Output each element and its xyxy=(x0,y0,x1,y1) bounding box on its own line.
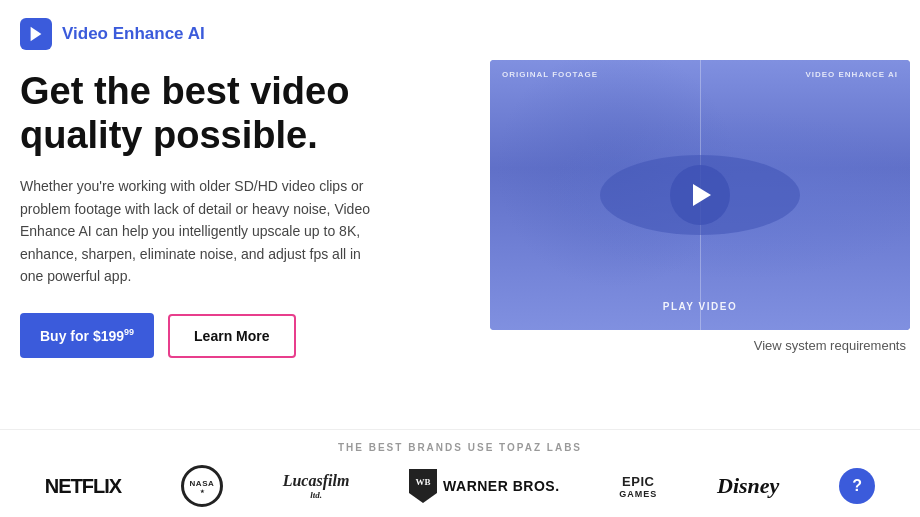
play-video-label: PLAY VIDEO xyxy=(663,301,737,312)
lucasfilm-logo: Lucasfilm ltd. xyxy=(283,472,350,500)
disney-logo: Disney xyxy=(717,473,779,499)
headline-line2: quality possible. xyxy=(20,114,318,156)
epic-logo: EPIC GAMES xyxy=(619,474,657,499)
main-content: Get the best video quality possible. Whe… xyxy=(0,60,920,358)
brand-disney: Disney xyxy=(717,473,779,499)
logo-text: Video Enhance AI xyxy=(62,24,205,44)
brand-nasa: NASA ★ xyxy=(181,465,223,507)
brands-section: THE BEST BRANDS USE TOPAZ LABS NETFLIX N… xyxy=(0,429,920,517)
logo-icon xyxy=(20,18,52,50)
brand-epic: EPIC GAMES xyxy=(619,474,657,499)
wb-shield-icon: WB xyxy=(409,469,437,503)
headline: Get the best video quality possible. xyxy=(20,70,460,157)
video-label-right: VIDEO ENHANCE AI xyxy=(805,70,898,79)
nasa-logo: NASA ★ xyxy=(181,465,223,507)
left-panel: Get the best video quality possible. Whe… xyxy=(20,60,460,358)
brands-list: NETFLIX NASA ★ Lucasfilm ltd. WB WARNER … xyxy=(20,465,900,507)
headline-line1: Get the best video xyxy=(20,70,349,112)
svg-marker-0 xyxy=(31,27,42,41)
brand-netflix: NETFLIX xyxy=(45,475,121,498)
header: Video Enhance AI xyxy=(0,0,920,60)
view-requirements-text: View system requirements xyxy=(754,338,906,353)
brand-warnerbros: WB WARNER BROS. xyxy=(409,469,559,503)
buy-button-sup: 99 xyxy=(124,327,134,337)
learn-more-button[interactable]: Learn More xyxy=(168,314,295,358)
logo-svg xyxy=(27,25,45,43)
description-text: Whether you're working with older SD/HD … xyxy=(20,175,380,287)
buy-button[interactable]: Buy for $19999 xyxy=(20,313,154,358)
chat-bubble-icon[interactable] xyxy=(839,468,875,504)
video-container[interactable]: ORIGINAL FOOTAGE VIDEO ENHANCE AI PLAY V… xyxy=(490,60,910,330)
view-requirements-link[interactable]: View system requirements xyxy=(490,338,910,353)
warnerbros-text: WARNER BROS. xyxy=(443,478,559,494)
buy-button-label: Buy for $199 xyxy=(40,328,124,344)
right-panel: ORIGINAL FOOTAGE VIDEO ENHANCE AI PLAY V… xyxy=(490,60,910,353)
cta-buttons: Buy for $19999 Learn More xyxy=(20,313,460,358)
play-button[interactable] xyxy=(670,165,730,225)
svg-text:WB: WB xyxy=(416,477,431,487)
brands-tagline: THE BEST BRANDS USE TOPAZ LABS xyxy=(20,442,900,453)
video-label-left: ORIGINAL FOOTAGE xyxy=(502,70,598,79)
brand-lucasfilm: Lucasfilm ltd. xyxy=(283,472,350,500)
netflix-logo: NETFLIX xyxy=(45,475,121,498)
brand-chat[interactable] xyxy=(839,468,875,504)
